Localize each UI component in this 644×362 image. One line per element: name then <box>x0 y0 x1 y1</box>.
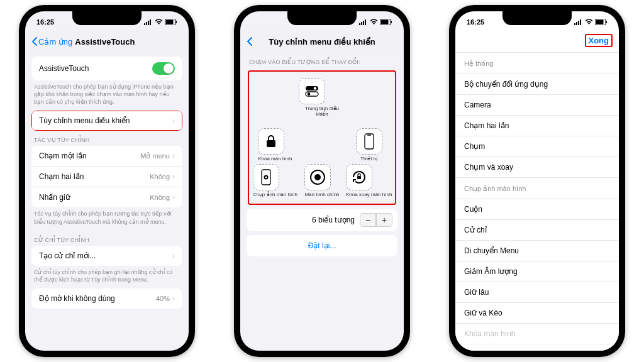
gestures-header: CỬ CHỈ TÙY CHỈNH <box>25 231 189 246</box>
row-value: Mở menu <box>140 152 170 160</box>
chevron-right-icon: › <box>172 251 175 260</box>
row-value: Không <box>150 194 170 201</box>
list-item[interactable]: Giữ lâu <box>455 282 619 303</box>
svg-point-25 <box>314 174 321 180</box>
list-item[interactable]: Chụm <box>455 136 619 157</box>
list-item-disabled: Khóa màn hình <box>455 324 619 344</box>
lock-icon <box>265 134 277 148</box>
svg-rect-8 <box>361 22 362 25</box>
wifi-icon <box>155 19 163 25</box>
toggle-switch-on[interactable] <box>152 62 175 75</box>
list-item[interactable]: Camera <box>455 95 619 116</box>
row-label: Chụm và xoay <box>464 163 513 172</box>
toggle-desc: AssistiveTouch cho phép bạn sử dụng iPho… <box>25 80 189 111</box>
phone-assistivetouch-settings: 16:25 Cảm ứng AssistiveTouch AssistiveTo… <box>19 5 195 357</box>
phone-action-picker: 16:25 Xong Hệ thống Bộ chuyển đổi ứng dụ… <box>449 5 625 357</box>
signal-icon <box>574 19 583 25</box>
menu-item-home[interactable]: Màn hình chính <box>304 164 339 197</box>
phone-customize-menu: Tùy chỉnh menu điều khiển CHẠM VÀO BIỂU … <box>234 5 410 357</box>
done-button[interactable]: Xong <box>585 34 613 47</box>
row-label: Giữ và Kéo <box>464 309 502 317</box>
battery-icon <box>380 19 392 25</box>
svg-rect-3 <box>150 19 151 25</box>
row-label: Giảm Âm lượng <box>464 267 518 276</box>
list-item[interactable]: Cuộn <box>455 199 619 220</box>
actions-footer: Tác vụ tùy chỉnh cho phép bạn tương tác … <box>25 207 189 230</box>
svg-rect-7 <box>359 23 360 25</box>
back-button[interactable] <box>247 37 252 46</box>
svg-rect-6 <box>176 21 177 23</box>
group-header-screenshot: Chụp ảnh màn hình <box>455 178 619 199</box>
icon-count-row: 6 biểu tượng − + <box>247 209 397 231</box>
group-header-system: Hệ thống <box>455 53 619 74</box>
row-value: Không <box>150 173 170 180</box>
svg-rect-26 <box>357 176 361 179</box>
list-item[interactable]: Chạm hai lần <box>455 116 619 136</box>
assistivetouch-toggle-row[interactable]: AssistiveTouch <box>31 57 182 80</box>
menu-item-lock-screen[interactable]: Khóa màn hình <box>258 128 292 162</box>
menu-item-device[interactable]: Thiết bị <box>356 128 382 162</box>
chevron-right-icon: › <box>172 193 175 202</box>
svg-rect-29 <box>578 21 579 25</box>
chevron-left-icon <box>247 37 252 46</box>
svg-rect-0 <box>144 23 145 25</box>
count-label: 6 biểu tượng <box>254 216 355 224</box>
svg-rect-30 <box>580 19 581 25</box>
list-item[interactable]: Giảm Âm lượng <box>455 261 619 282</box>
menu-item-label: Khóa màn hình <box>258 156 292 162</box>
menu-item-label: Chụp ảnh màn hình <box>253 192 297 197</box>
gestures-footer: Cử chỉ tùy chỉnh cho phép bạn ghi lại nh… <box>25 266 189 288</box>
menu-grid-highlighted: Trung tâm điều khiển Khóa màn hình Thiết… <box>248 70 396 205</box>
wifi-icon <box>370 19 378 25</box>
customize-menu-row[interactable]: Tùy chỉnh menu điều khiển › <box>31 111 182 131</box>
stepper-minus-button[interactable]: − <box>360 213 376 227</box>
list-item-disabled-selected: Khóa Xoay màn hình ✓ <box>455 344 619 351</box>
checkmark-icon: ✓ <box>602 350 610 351</box>
new-gesture-row[interactable]: Tạo cử chỉ mới... › <box>31 246 182 266</box>
toggle-label: AssistiveTouch <box>39 64 89 73</box>
svg-rect-32 <box>596 20 604 25</box>
menu-item-control-center[interactable]: Trung tâm điều khiển <box>299 78 346 117</box>
menu-item-label: Khóa xoay màn hình <box>346 192 392 197</box>
row-label: Độ mờ khi không dùng <box>39 294 115 303</box>
long-press-row[interactable]: Nhấn giữ Không› <box>31 187 182 207</box>
list-item[interactable]: Bộ chuyển đổi ứng dụng <box>455 74 619 95</box>
list-item[interactable]: Cử chỉ <box>455 220 619 241</box>
menu-item-screenshot[interactable]: Chụp ảnh màn hình <box>253 164 297 197</box>
nav-bar: Tùy chỉnh menu điều khiển <box>240 30 404 53</box>
list-item[interactable]: Giữ và Kéo <box>455 303 619 324</box>
custom-actions-header: TÁC VỤ TÙY CHỈNH <box>25 131 189 146</box>
list-item[interactable]: Di chuyển Menu <box>455 241 619 261</box>
svg-rect-10 <box>365 19 366 25</box>
stepper-plus-button[interactable]: + <box>376 213 392 227</box>
notch <box>287 11 357 25</box>
menu-item-rotation-lock[interactable]: Khóa xoay màn hình <box>346 164 392 197</box>
menu-item-label: Thiết bị <box>360 156 377 162</box>
row-label: Bộ chuyển đổi ứng dụng <box>464 80 548 89</box>
row-label: Chạm hai lần <box>464 121 509 130</box>
reset-button[interactable]: Đặt lại... <box>247 235 397 256</box>
status-icons <box>574 19 608 25</box>
menu-item-label: Màn hình chính <box>304 192 339 197</box>
svg-rect-18 <box>267 140 275 147</box>
status-icons <box>144 19 177 25</box>
svg-rect-9 <box>363 21 364 25</box>
svg-rect-13 <box>391 21 392 23</box>
double-tap-row[interactable]: Chạm hai lần Không› <box>31 167 182 187</box>
svg-rect-33 <box>606 21 608 23</box>
nav-bar: Cảm ứng AssistiveTouch <box>25 30 189 53</box>
back-button[interactable]: Cảm ứng <box>31 37 72 47</box>
svg-rect-2 <box>148 21 149 25</box>
nav-title: AssistiveTouch <box>75 37 135 47</box>
list-item[interactable]: Chụm và xoay <box>455 157 619 178</box>
notch <box>502 11 572 25</box>
signal-icon <box>144 19 153 25</box>
idle-opacity-row[interactable]: Độ mờ khi không dùng 40%› <box>31 288 182 309</box>
single-tap-row[interactable]: Chạm một lần Mở menu› <box>31 146 182 167</box>
notch <box>72 11 142 25</box>
status-time <box>252 18 253 26</box>
status-icons <box>359 19 392 25</box>
picker-list[interactable]: Hệ thống Bộ chuyển đổi ứng dụng Camera C… <box>455 53 619 351</box>
svg-rect-19 <box>365 134 374 149</box>
chevron-right-icon: › <box>172 294 175 303</box>
